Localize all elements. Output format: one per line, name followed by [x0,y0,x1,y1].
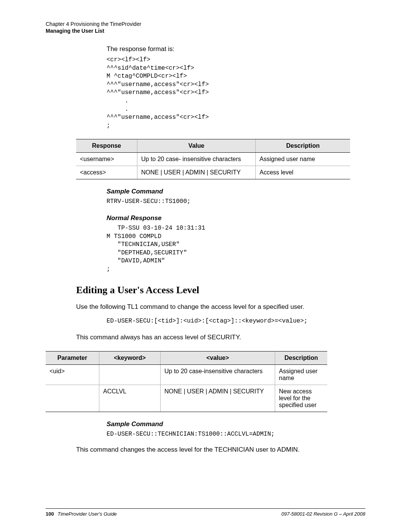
sample-command-code: RTRV-USER-SECU::TS1000; [107,198,365,206]
td: New access level for the specified user [275,385,328,412]
body-paragraph: This command changes the access level fo… [76,446,365,454]
th-value: <value> [161,351,275,364]
td: <access> [76,166,137,179]
sample-command-code: ED-USER-SECU::TECHNICIAN:TS1000::ACCLVL=… [107,430,365,439]
td: Up to 20 case-insensitive characters [161,364,275,385]
table-row: <uid> Up to 20 case-insensitive characte… [46,364,327,385]
td: <username> [76,153,137,166]
page-number: 100 [46,511,54,517]
td: ACCLVL [99,385,161,412]
sample-command-block-2: Sample Command ED-USER-SECU::TECHNICIAN:… [107,420,365,439]
sample-command-block-1: Sample Command RTRV-USER-SECU::TS1000; N… [107,188,365,273]
parameter-table: Parameter <keyword> <value> Description … [46,351,327,412]
page-footer: 100 TimeProvider User's Guide 097-58001-… [46,508,365,517]
table-header-row: Response Value Description [76,139,350,153]
section-header: Managing the User List [46,28,365,34]
td [46,385,99,412]
footer-left: 100 TimeProvider User's Guide [46,511,117,517]
sample-command-heading: Sample Command [107,188,365,195]
sample-command-heading: Sample Command [107,420,365,428]
td: Assigned user name [275,364,328,385]
document-page: Chapter 4 Provisioning the TimeProvider … [0,0,411,532]
response-format-code: <cr><lf><lf> ^^^sid^date^time<cr><lf> M … [107,56,365,130]
th-description: Description [256,139,350,153]
th-value: Value [137,139,256,153]
td: NONE | USER | ADMIN | SECURITY [137,166,256,179]
response-table: Response Value Description <username> Up… [76,139,350,179]
body-paragraph: Use the following TL1 command to change … [76,303,365,312]
chapter-header: Chapter 4 Provisioning the TimeProvider [46,21,365,27]
td: NONE | USER | ADMIN | SECURITY [161,385,275,412]
th-description: Description [275,351,328,364]
footer-right: 097-58001-02 Revision G – April 2008 [281,511,365,517]
th-keyword: <keyword> [99,351,161,364]
normal-response-code: TP-SSU 03-10-24 10:31:31 M TS1000 COMPLD… [107,224,365,274]
section-title: Editing a User's Access Level [76,284,365,296]
th-parameter: Parameter [46,351,99,364]
response-format-label: The response format is: [107,45,365,53]
th-response: Response [76,139,137,153]
table-row: ACCLVL NONE | USER | ADMIN | SECURITY Ne… [46,385,327,412]
command-syntax-code: ED-USER-SECU:[<tid>]:<uid>:[<ctag>]::<ke… [107,317,365,326]
td [99,364,161,385]
normal-response-heading: Normal Response [107,214,365,222]
td: Access level [256,166,350,179]
table-header-row: Parameter <keyword> <value> Description [46,351,327,364]
footer-guide: TimeProvider User's Guide [57,511,117,517]
body-paragraph: This command always has an access level … [76,333,365,342]
td: <uid> [46,364,99,385]
td: Assigned user name [256,153,350,166]
response-format-block: The response format is: <cr><lf><lf> ^^^… [107,45,365,130]
table-row: <username> Up to 20 case- insensitive ch… [76,153,350,166]
command-syntax-block: ED-USER-SECU:[<tid>]:<uid>:[<ctag>]::<ke… [107,317,365,326]
table-row: <access> NONE | USER | ADMIN | SECURITY … [76,166,350,179]
td: Up to 20 case- insensitive characters [137,153,256,166]
